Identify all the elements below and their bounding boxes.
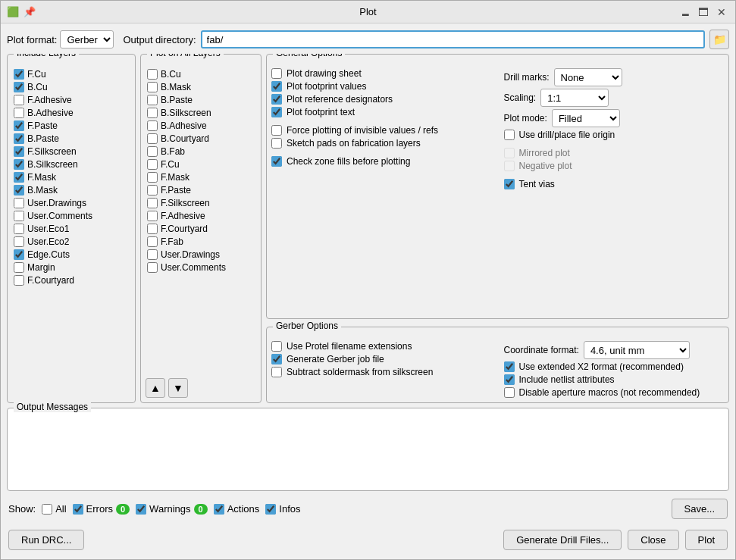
layer-checkbox[interactable] [14,133,24,144]
layer-checkbox[interactable] [14,262,24,273]
subtract-soldermask-checkbox[interactable] [271,367,282,377]
layer-checkbox[interactable] [14,69,24,80]
close-button[interactable]: Close [628,530,678,550]
layer-checkbox[interactable] [14,146,24,157]
layer-checkbox[interactable] [14,82,24,92]
generate-gerber-job-checkbox[interactable] [271,354,282,364]
layer-checkbox[interactable] [147,198,158,208]
plot-format-select[interactable]: Gerber PS SVG DXF HPGL PDF [60,30,114,48]
layer-checkbox[interactable] [14,236,24,247]
list-item: User.Comments [12,210,141,222]
tent-vias-checkbox[interactable] [504,179,515,189]
layer-label: User.Drawings [27,198,86,208]
layer-checkbox[interactable] [14,211,24,221]
layer-checkbox[interactable] [147,82,158,92]
show-label: Show: [8,503,36,515]
layer-checkbox[interactable] [14,159,24,170]
generate-gerber-job-row: Generate Gerber job file [271,354,492,364]
list-item: B.Mask [12,184,141,196]
output-dir-input[interactable] [201,30,705,48]
layer-checkbox[interactable] [14,120,24,131]
show-infos-checkbox[interactable] [265,504,276,515]
layer-checkbox[interactable] [14,108,24,118]
save-button[interactable]: Save... [672,499,728,519]
plot-button[interactable]: Plot [685,530,728,550]
plot-drawing-sheet-row: Plot drawing sheet [271,68,492,79]
list-item: User.Eco2 [12,236,141,248]
minimize-button[interactable]: 🗕 [678,5,693,20]
layer-checkbox[interactable] [147,133,158,144]
layer-checkbox[interactable] [147,108,158,118]
mirrored-plot-checkbox[interactable] [504,148,515,158]
layer-checkbox[interactable] [147,146,158,157]
arrow-buttons: ▲ ▼ [146,378,256,398]
layer-checkbox[interactable] [147,249,158,260]
layer-label: B.Cu [27,82,48,92]
layer-checkbox[interactable] [14,95,24,105]
run-drc-button[interactable]: Run DRC... [8,530,84,550]
scaling-select[interactable]: 1:1 1:2 2:1 [540,89,609,107]
plot-footprint-values-checkbox[interactable] [271,81,282,92]
show-errors-checkbox[interactable] [73,504,83,515]
use-drill-origin-checkbox[interactable] [504,130,515,140]
coord-format-select[interactable]: 4.6, unit mm 4.5, unit mm 4.6, unit inch [584,341,690,359]
use-protel-checkbox[interactable] [271,341,282,352]
force-plotting-invisible-row: Force plotting of invisible values / ref… [271,125,492,136]
disable-aperture-macros-checkbox[interactable] [504,387,515,398]
layer-checkbox[interactable] [147,185,158,196]
check-zone-fills-checkbox[interactable] [271,156,282,167]
subtract-soldermask-row: Subtract soldermask from silkscreen [271,367,492,377]
layer-checkbox[interactable] [14,198,24,208]
plot-drawing-sheet-checkbox[interactable] [271,68,282,79]
layer-checkbox[interactable] [14,224,24,234]
drill-marks-select[interactable]: None Small Full [554,68,622,86]
plot-footprint-text-checkbox[interactable] [271,107,282,117]
layer-checkbox[interactable] [147,211,158,221]
list-item: F.Cu [146,158,256,171]
layer-checkbox[interactable] [14,172,24,183]
list-item: F.Fab [146,236,256,248]
layer-checkbox[interactable] [147,224,158,234]
layer-checkbox[interactable] [147,159,158,170]
list-item: B.Adhesive [146,120,256,132]
move-up-button[interactable]: ▲ [146,378,165,398]
include-netlist-checkbox[interactable] [504,374,515,385]
buttons-row: Run DRC... Generate Drill Files... Close… [7,527,729,553]
list-item: F.Courtyard [146,223,256,235]
layer-checkbox[interactable] [14,275,24,286]
layer-checkbox[interactable] [147,172,158,183]
layer-label: F.Fab [161,236,183,247]
sketch-pads-checkbox[interactable] [271,138,282,149]
layer-checkbox[interactable] [147,120,158,131]
plot-mode-select[interactable]: Filled Sketch [552,109,620,127]
list-item: B.Mask [146,81,256,93]
layer-checkbox[interactable] [14,249,24,260]
layer-checkbox[interactable] [147,236,158,247]
negative-plot-checkbox[interactable] [504,161,515,171]
list-item: B.Paste [146,94,256,106]
layer-label: User.Eco1 [27,224,69,234]
browse-folder-button[interactable]: 📁 [709,30,729,49]
show-warnings-checkbox[interactable] [136,504,146,515]
close-button[interactable]: ✕ [714,5,729,20]
layer-checkbox[interactable] [147,69,158,80]
show-actions-group: Actions [214,503,260,515]
plot-reference-designators-checkbox[interactable] [271,94,282,105]
show-actions-checkbox[interactable] [214,504,224,515]
show-all-checkbox[interactable] [42,504,52,515]
maximize-button[interactable]: 🗖 [696,5,711,20]
use-extended-x2-checkbox[interactable] [504,361,515,372]
top-bar: Plot format: Gerber PS SVG DXF HPGL PDF … [7,30,729,49]
disable-aperture-macros-label: Disable aperture macros (not recommended… [519,387,700,398]
layer-checkbox[interactable] [14,185,24,196]
include-netlist-label: Include netlist attributes [519,374,615,385]
generate-drill-files-button[interactable]: Generate Drill Files... [503,530,622,550]
list-item: F.Silkscreen [146,197,256,209]
layer-checkbox[interactable] [147,262,158,273]
layer-label: User.Comments [161,262,226,273]
force-plotting-invisible-checkbox[interactable] [271,125,282,136]
layer-checkbox[interactable] [147,95,158,105]
plot-mode-label: Plot mode: [504,113,547,124]
plot-footprint-text-label: Plot footprint text [287,107,355,117]
move-down-button[interactable]: ▼ [168,378,188,398]
